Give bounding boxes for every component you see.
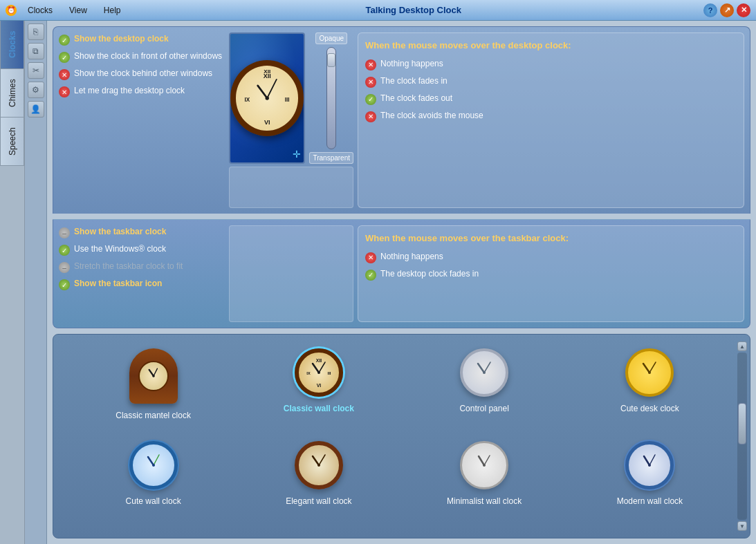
- mouse-avoid-check[interactable]: ✕: [365, 111, 376, 122]
- cute-wall-clock-icon: [129, 441, 178, 489]
- plus-icon: ✛: [293, 149, 301, 160]
- stretch-taskbar-option[interactable]: – Stretch the taskbar clock to fit: [59, 260, 225, 274]
- svg-line-17: [478, 364, 484, 373]
- classic-wall-face-svg: XII III VI IX: [299, 353, 339, 393]
- menu-view[interactable]: View: [66, 4, 90, 17]
- svg-point-28: [317, 464, 320, 467]
- content-area: ✓ Show the desktop clock ✓ Show the cloc…: [47, 21, 756, 544]
- svg-point-22: [648, 371, 651, 374]
- taskbar-preview: [229, 225, 353, 322]
- close-button[interactable]: ✕: [737, 3, 750, 17]
- tab-clocks[interactable]: Clocks: [0, 21, 24, 69]
- clock-item-elegant-wall[interactable]: Elegant wall clock: [239, 441, 398, 506]
- arrow-button[interactable]: ↗: [720, 3, 734, 17]
- mouse-nothing-option[interactable]: ✕ Nothing happens: [365, 59, 737, 71]
- taskbar-nothing-label: Nothing happens: [380, 252, 443, 263]
- clock-drag-option[interactable]: ✕ Let me drag the desktop clock: [59, 84, 225, 99]
- cut-icon[interactable]: ✂: [28, 62, 44, 79]
- menu-clocks[interactable]: Clocks: [25, 4, 55, 17]
- window-controls: ? ↗ ✕: [703, 3, 750, 17]
- mouse-desktop-title: When the mouse moves over the desktop cl…: [365, 40, 737, 52]
- clock-item-control-panel[interactable]: Control panel: [405, 348, 564, 420]
- tab-chimes[interactable]: Chimes: [0, 69, 24, 118]
- taskbar-fade-in-check[interactable]: ✓: [365, 270, 376, 281]
- svg-line-32: [644, 456, 649, 465]
- scroll-up-button[interactable]: ▲: [737, 341, 747, 351]
- classic-wall-clock-icon: XII III VI IX: [295, 348, 343, 397]
- cute-wall-face-svg: [133, 444, 174, 486]
- svg-line-23: [148, 457, 154, 465]
- clock-behind-option[interactable]: ✕ Show the clock behind other windows: [59, 67, 225, 82]
- svg-line-18: [484, 362, 490, 373]
- user-icon[interactable]: 👤: [28, 101, 44, 118]
- copy-icon[interactable]: ⎘: [28, 24, 44, 40]
- svg-point-16: [317, 371, 320, 374]
- clock-item-minimalist-wall[interactable]: Minimalist wall clock: [405, 441, 564, 506]
- opacity-slider[interactable]: [326, 47, 336, 149]
- mouse-fade-out-label: The clock fades out: [380, 93, 452, 104]
- clock-front-option[interactable]: ✓ Show the clock in front of other windo…: [59, 50, 225, 64]
- menu-help[interactable]: Help: [101, 4, 124, 17]
- desktop-options: ✓ Show the desktop clock ✓ Show the cloc…: [59, 32, 225, 208]
- svg-point-19: [483, 371, 486, 374]
- taskbar-nothing-option[interactable]: ✕ Nothing happens: [365, 252, 737, 263]
- clock-item-cute-wall[interactable]: Cute wall clock: [74, 441, 232, 506]
- elegant-wall-label: Elegant wall clock: [286, 496, 351, 506]
- taskbar-icon-option[interactable]: ✓ Show the taskbar icon: [59, 277, 225, 292]
- mouse-fade-out-check[interactable]: ✓: [365, 94, 376, 105]
- show-desktop-clock-option[interactable]: ✓ Show the desktop clock: [59, 32, 225, 47]
- svg-point-25: [152, 464, 155, 467]
- gallery-grid: Classic mantel clock XII III VI IX: [53, 335, 750, 520]
- clock-drag-check[interactable]: ✕: [59, 86, 70, 97]
- svg-line-30: [484, 456, 490, 465]
- taskbar-nothing-check[interactable]: ✕: [365, 252, 376, 263]
- mouse-nothing-check[interactable]: ✕: [365, 59, 376, 71]
- scroll-thumb[interactable]: [738, 403, 746, 444]
- mouse-taskbar-section: When the mouse moves over the taskbar cl…: [358, 225, 744, 322]
- svg-line-26: [313, 456, 319, 465]
- clock-front-check[interactable]: ✓: [59, 52, 70, 63]
- svg-point-9: [152, 375, 155, 377]
- show-desktop-check[interactable]: ✓: [59, 35, 70, 46]
- show-taskbar-option[interactable]: – Show the taskbar clock: [59, 225, 225, 240]
- taskbar-options: – Show the taskbar clock ✓ Use the Windo…: [59, 225, 225, 322]
- paste-icon[interactable]: ⧉: [28, 43, 44, 59]
- tab-speech[interactable]: Speech: [0, 118, 24, 166]
- clock-item-classic-mantel[interactable]: Classic mantel clock: [74, 348, 232, 420]
- mouse-fade-in-label: The clock fades in: [380, 76, 448, 87]
- svg-point-6: [266, 96, 269, 100]
- mouse-fade-in-check[interactable]: ✕: [365, 77, 376, 88]
- opacity-slider-container: Opaque Transparent: [309, 32, 353, 164]
- mantel-clock-icon: [129, 348, 178, 404]
- windows-clock-check[interactable]: ✓: [59, 245, 70, 256]
- clock-item-cute-desk[interactable]: Cute desk clock: [571, 348, 729, 420]
- taskbar-icon-check[interactable]: ✓: [59, 279, 70, 290]
- slider-thumb[interactable]: [327, 53, 335, 67]
- mouse-fade-in-option[interactable]: ✕ The clock fades in: [365, 76, 737, 88]
- windows-clock-option[interactable]: ✓ Use the Windows® clock: [59, 243, 225, 257]
- app-icon: ⏰: [6, 5, 17, 16]
- show-taskbar-check[interactable]: –: [59, 227, 70, 238]
- svg-line-5: [267, 79, 277, 98]
- clock-face-preview: XII III VI IX: [230, 60, 304, 136]
- scroll-track[interactable]: [737, 353, 747, 520]
- svg-text:VI: VI: [317, 383, 322, 388]
- side-tabs: Clocks Chimes Speech: [0, 21, 25, 544]
- clock-item-modern-wall[interactable]: Modern wall clock: [571, 441, 729, 506]
- settings-icon[interactable]: ⚙: [28, 82, 44, 98]
- svg-line-15: [319, 362, 325, 373]
- clock-preview-box: XII III VI IX: [229, 32, 305, 164]
- title-bar-left: ⏰ Clocks View Help: [6, 4, 124, 17]
- mouse-fade-out-option[interactable]: ✓ The clock fades out: [365, 93, 737, 105]
- mouse-avoid-option[interactable]: ✕ The clock avoids the mouse: [365, 111, 737, 122]
- clock-behind-check[interactable]: ✕: [59, 69, 70, 80]
- taskbar-fade-in-option[interactable]: ✓ The desktop clock fades in: [365, 269, 737, 281]
- svg-text:VI: VI: [264, 119, 270, 126]
- help-button[interactable]: ?: [703, 3, 717, 17]
- svg-text:IX: IX: [306, 371, 311, 375]
- taskbar-icon-label: Show the taskbar icon: [74, 279, 162, 290]
- clock-item-classic-wall[interactable]: XII III VI IX Classic wall clock: [239, 348, 398, 420]
- scroll-down-button[interactable]: ▼: [737, 521, 747, 531]
- mantel-face-svg: [140, 362, 167, 390]
- svg-text:XII: XII: [316, 358, 322, 363]
